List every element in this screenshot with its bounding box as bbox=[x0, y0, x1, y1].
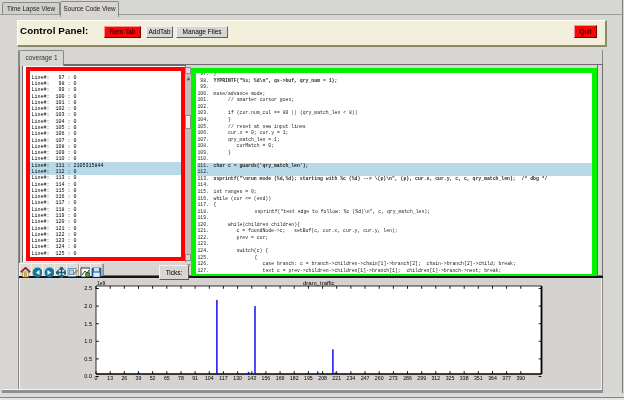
svg-text:169: 169 bbox=[276, 375, 285, 381]
svg-text:364: 364 bbox=[488, 375, 497, 381]
svg-text:234: 234 bbox=[347, 375, 356, 381]
svg-text:26: 26 bbox=[121, 375, 127, 381]
svg-text:0.5: 0.5 bbox=[84, 355, 92, 361]
svg-text:195: 195 bbox=[304, 375, 313, 381]
svg-text:260: 260 bbox=[375, 375, 384, 381]
svg-text:1.5: 1.5 bbox=[84, 320, 92, 326]
svg-text:117: 117 bbox=[219, 375, 227, 381]
svg-text:91: 91 bbox=[192, 375, 198, 381]
svg-text:78: 78 bbox=[178, 375, 184, 381]
svg-text:221: 221 bbox=[332, 375, 341, 381]
svg-text:143: 143 bbox=[247, 375, 256, 381]
svg-text:0.0: 0.0 bbox=[84, 373, 92, 379]
svg-text:2.0: 2.0 bbox=[84, 302, 92, 308]
svg-text:338: 338 bbox=[460, 375, 469, 381]
svg-text:39: 39 bbox=[136, 375, 142, 381]
svg-text:52: 52 bbox=[150, 375, 156, 381]
svg-text:351: 351 bbox=[474, 375, 483, 381]
svg-text:182: 182 bbox=[290, 375, 299, 381]
svg-text:1.0: 1.0 bbox=[84, 338, 92, 344]
svg-text:273: 273 bbox=[389, 375, 398, 381]
svg-text:130: 130 bbox=[233, 375, 242, 381]
svg-text:156: 156 bbox=[262, 375, 271, 381]
svg-text:1e9: 1e9 bbox=[97, 280, 106, 286]
svg-text:286: 286 bbox=[403, 375, 412, 381]
svg-text:390: 390 bbox=[516, 375, 525, 381]
svg-text:2.5: 2.5 bbox=[84, 285, 92, 291]
svg-text:299: 299 bbox=[417, 375, 426, 381]
svg-text:377: 377 bbox=[502, 375, 511, 381]
svg-text:247: 247 bbox=[361, 375, 370, 381]
svg-text:208: 208 bbox=[318, 375, 327, 381]
svg-text:dram_traffic: dram_traffic bbox=[303, 279, 335, 285]
svg-text:0: 0 bbox=[95, 375, 98, 381]
svg-text:312: 312 bbox=[431, 375, 440, 381]
svg-text:65: 65 bbox=[164, 375, 170, 381]
svg-text:104: 104 bbox=[205, 375, 214, 381]
svg-text:13: 13 bbox=[107, 375, 113, 381]
svg-text:325: 325 bbox=[446, 375, 455, 381]
